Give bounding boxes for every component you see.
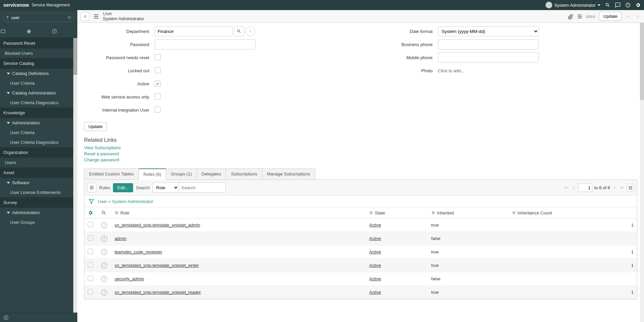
nav-item-asset[interactable]: Asset bbox=[0, 167, 77, 178]
tab-entitled-custom-tables[interactable]: Entitled Custom Tables bbox=[84, 168, 139, 180]
nav-item-administration[interactable]: Administration bbox=[0, 118, 77, 128]
state-text[interactable]: Active bbox=[369, 249, 381, 254]
more-actions-button[interactable]: ooo bbox=[586, 14, 596, 19]
content-scrollbar[interactable] bbox=[640, 23, 644, 322]
page-last-icon[interactable] bbox=[619, 185, 625, 190]
page-next-icon[interactable] bbox=[612, 185, 617, 190]
nav-item-user-criteria[interactable]: User Criteria bbox=[0, 128, 77, 137]
nav-tree[interactable]: Password ResetBlocked UsersService Catal… bbox=[0, 38, 77, 313]
row-info-icon[interactable]: i bbox=[101, 289, 107, 295]
photo-add-link[interactable]: Click to add... bbox=[438, 68, 465, 73]
nav-filter-input[interactable] bbox=[9, 15, 68, 20]
department-lookup-button[interactable] bbox=[234, 26, 244, 36]
help-icon[interactable]: ? bbox=[625, 2, 631, 8]
nav-item-password-reset[interactable]: Password Reset bbox=[0, 38, 77, 48]
password-field[interactable] bbox=[155, 39, 255, 49]
personalize-form-icon[interactable] bbox=[577, 13, 583, 19]
row-info-icon[interactable]: i bbox=[101, 236, 107, 242]
nav-item-administration[interactable]: Administration bbox=[0, 208, 77, 217]
mobile-phone-field[interactable] bbox=[438, 52, 539, 63]
list-edit-button[interactable]: Edit... bbox=[113, 183, 133, 192]
chat-icon[interactable] bbox=[615, 2, 620, 8]
related-link-change-password[interactable]: Change password bbox=[84, 157, 637, 162]
row-info-icon[interactable]: i bbox=[101, 249, 107, 255]
list-search-input[interactable] bbox=[178, 183, 226, 193]
nav-item-user-groups[interactable]: User Groups bbox=[0, 217, 77, 227]
personalize-list-icon[interactable] bbox=[88, 210, 93, 215]
row-info-icon[interactable]: i bbox=[101, 222, 107, 228]
locked-out-checkbox[interactable] bbox=[155, 67, 161, 73]
row-checkbox[interactable] bbox=[88, 249, 93, 254]
update-button[interactable]: Update bbox=[84, 122, 107, 131]
department-info-button[interactable]: i bbox=[245, 26, 255, 36]
prev-record-icon[interactable] bbox=[625, 13, 631, 19]
nav-item-user-criteria-diagnostics[interactable]: User Criteria Diagnostics bbox=[0, 137, 77, 147]
nav-item-user-license-entitlements[interactable]: User License Entitlements bbox=[0, 188, 77, 197]
state-text[interactable]: Active bbox=[369, 223, 381, 228]
nav-item-catalog-definitions[interactable]: Catalog Definitions bbox=[0, 69, 77, 78]
needs-reset-checkbox[interactable] bbox=[155, 54, 161, 60]
nav-item-user-criteria-diagnostics[interactable]: User Criteria Diagnostics bbox=[0, 98, 77, 108]
nav-item-users[interactable]: Users bbox=[0, 158, 77, 167]
form-menu-button[interactable] bbox=[93, 13, 99, 20]
ws-access-checkbox[interactable] bbox=[155, 93, 161, 99]
nav-item-service-catalog[interactable]: Service Catalog bbox=[0, 58, 77, 69]
nav-item-knowledge[interactable]: Knowledge bbox=[0, 108, 77, 118]
role-link[interactable]: sn_templated_snip.template_snippet_reade… bbox=[115, 290, 201, 295]
nav-tab-favorites[interactable] bbox=[26, 25, 52, 38]
row-info-icon[interactable]: i bbox=[101, 263, 107, 269]
internal-integration-checkbox[interactable] bbox=[155, 107, 161, 113]
breadcrumb-condition[interactable]: User = System Administrator bbox=[98, 199, 153, 204]
nav-item-survey[interactable]: Survey bbox=[0, 197, 77, 208]
role-link[interactable]: admin bbox=[115, 236, 126, 241]
nav-tab-all[interactable] bbox=[0, 25, 26, 38]
related-link-reset-a-password[interactable]: Reset a password bbox=[84, 151, 637, 156]
page-prev-icon[interactable] bbox=[571, 185, 576, 190]
business-phone-field[interactable] bbox=[438, 39, 539, 49]
nav-item-user-criteria[interactable]: User Criteria bbox=[0, 78, 77, 88]
active-checkbox[interactable] bbox=[155, 81, 161, 87]
user-menu[interactable]: System Administrator bbox=[546, 2, 600, 8]
gear-icon[interactable] bbox=[635, 2, 641, 8]
col-state[interactable]: State bbox=[366, 207, 428, 218]
related-link-view-subscriptions[interactable]: View Subscriptions bbox=[84, 145, 637, 150]
tab-roles-6-[interactable]: Roles (6) bbox=[138, 168, 166, 180]
role-link[interactable]: teamdev_code_reviewer bbox=[115, 249, 162, 254]
page-first-icon[interactable] bbox=[563, 185, 569, 190]
state-text[interactable]: Active bbox=[369, 290, 381, 295]
sidebar-scrollbar[interactable] bbox=[73, 38, 77, 313]
col-inheritance-count[interactable]: Inheritance Count bbox=[509, 207, 637, 218]
clear-filter-icon[interactable] bbox=[68, 15, 71, 20]
role-link[interactable]: sn_templated_snip.template_snippet_write… bbox=[115, 263, 199, 268]
funnel-icon[interactable] bbox=[88, 198, 94, 204]
state-text[interactable]: Active bbox=[369, 236, 381, 241]
col-role[interactable]: Role bbox=[111, 207, 366, 218]
nav-item-software[interactable]: Software bbox=[0, 178, 77, 188]
nav-tab-history[interactable] bbox=[51, 25, 77, 38]
department-field[interactable] bbox=[155, 26, 233, 36]
collapse-nav-icon[interactable] bbox=[3, 315, 9, 320]
list-menu-button[interactable] bbox=[87, 183, 96, 192]
tab-delegates[interactable]: Delegates bbox=[197, 168, 227, 180]
role-link[interactable]: security_admin bbox=[115, 276, 144, 281]
nav-item-blocked-users[interactable]: Blocked Users bbox=[0, 48, 77, 58]
search-column-icon[interactable] bbox=[101, 210, 107, 215]
role-link[interactable]: sn_templated_snip.template_snippet_admin bbox=[115, 223, 200, 228]
row-checkbox[interactable] bbox=[88, 235, 93, 241]
attachment-icon[interactable] bbox=[567, 13, 573, 19]
row-checkbox[interactable] bbox=[88, 276, 93, 281]
row-checkbox[interactable] bbox=[88, 222, 93, 227]
page-current-input[interactable] bbox=[578, 183, 592, 192]
state-text[interactable]: Active bbox=[369, 276, 381, 281]
header-update-button[interactable]: Update bbox=[599, 12, 622, 21]
tab-groups-1-[interactable]: Groups (1) bbox=[166, 168, 197, 180]
col-inherited[interactable]: Inherited bbox=[428, 207, 509, 218]
date-format-select[interactable]: System (yyyy-MM-dd) bbox=[438, 26, 539, 36]
search-icon[interactable] bbox=[605, 2, 610, 8]
back-button[interactable] bbox=[81, 12, 89, 21]
row-info-icon[interactable]: i bbox=[101, 276, 107, 282]
state-text[interactable]: Active bbox=[369, 263, 381, 268]
next-record-icon[interactable] bbox=[635, 13, 641, 19]
nav-item-organization[interactable]: Organization bbox=[0, 147, 77, 158]
row-checkbox[interactable] bbox=[88, 262, 93, 268]
